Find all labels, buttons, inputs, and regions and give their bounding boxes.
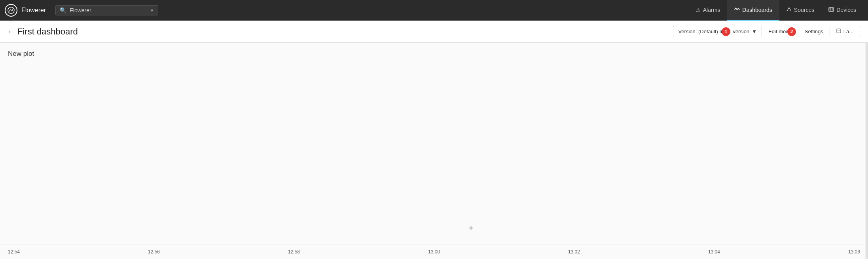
back-button[interactable]: ← <box>8 29 13 35</box>
nav-item-devices-label: Devices <box>836 7 856 13</box>
settings-button[interactable]: Settings <box>798 26 830 37</box>
nav-item-alarms-label: Alarms <box>703 7 720 13</box>
version-label: Version: (Default) Initial version <box>678 29 749 34</box>
nav-items: ⚠ Alarms Dashboards Sources <box>689 0 863 21</box>
time-axis: 12:54 12:56 12:58 13:00 13:02 13:04 13:0… <box>0 244 868 259</box>
sources-icon <box>787 7 792 13</box>
version-dropdown[interactable]: Version: (Default) Initial version ▼ <box>673 26 762 37</box>
nav-item-sources-label: Sources <box>794 7 814 13</box>
svg-rect-4 <box>832 8 833 11</box>
time-label-0: 12:54 <box>8 249 20 255</box>
svg-rect-5 <box>837 29 841 33</box>
devices-icon <box>828 7 834 13</box>
brand-name: Flowerer <box>21 7 46 14</box>
search-value: Flowerer <box>70 7 147 13</box>
dashboards-icon <box>734 7 740 13</box>
badge-2: 2 <box>787 27 796 36</box>
brand-icon <box>5 4 17 17</box>
crosshair-icon: + <box>469 224 474 233</box>
time-label-1: 12:56 <box>148 249 160 255</box>
time-axis-labels: 12:54 12:56 12:58 13:00 13:02 13:04 13:0… <box>8 249 860 255</box>
brand[interactable]: Flowerer <box>5 4 46 17</box>
nav-item-dashboards-label: Dashboards <box>742 7 772 13</box>
time-label-6: 13:06 <box>848 249 860 255</box>
right-edge-accent <box>866 43 868 259</box>
main-content: New plot + 12:54 12:56 12:58 13:00 13:02… <box>0 43 868 259</box>
nav-item-sources[interactable]: Sources <box>779 0 821 21</box>
time-label-5: 13:04 <box>708 249 720 255</box>
back-arrow-icon: ← <box>8 29 13 35</box>
time-label-3: 13:00 <box>428 249 440 255</box>
toolbar-right: Version: (Default) Initial version ▼ Edi… <box>673 26 860 37</box>
navbar: Flowerer 🔍 Flowerer ▼ ⚠ Alarms Dashboard… <box>0 0 868 21</box>
version-dropdown-icon: ▼ <box>752 29 757 34</box>
nav-item-devices[interactable]: Devices <box>821 0 863 21</box>
window-icon <box>836 29 841 34</box>
sub-header: ← First dashboard Version: (Default) Ini… <box>0 21 868 43</box>
search-icon: 🔍 <box>60 7 66 13</box>
nav-item-alarms[interactable]: ⚠ Alarms <box>689 0 728 21</box>
search-bar[interactable]: 🔍 Flowerer ▼ <box>55 5 158 15</box>
badge-1: 1 <box>722 27 730 36</box>
alarms-icon: ⚠ <box>696 7 701 13</box>
time-label-4: 13:02 <box>568 249 580 255</box>
time-label-2: 12:58 <box>288 249 300 255</box>
plot-title: New plot <box>8 50 860 58</box>
svg-rect-2 <box>830 8 831 10</box>
last-label: La... <box>843 29 853 34</box>
plot-area: New plot + <box>0 43 868 244</box>
nav-item-dashboards[interactable]: Dashboards <box>727 0 779 21</box>
search-dropdown-icon[interactable]: ▼ <box>150 8 154 13</box>
page-title: First dashboard <box>17 27 78 37</box>
last-button[interactable]: La... <box>830 26 860 37</box>
svg-rect-3 <box>830 10 831 11</box>
